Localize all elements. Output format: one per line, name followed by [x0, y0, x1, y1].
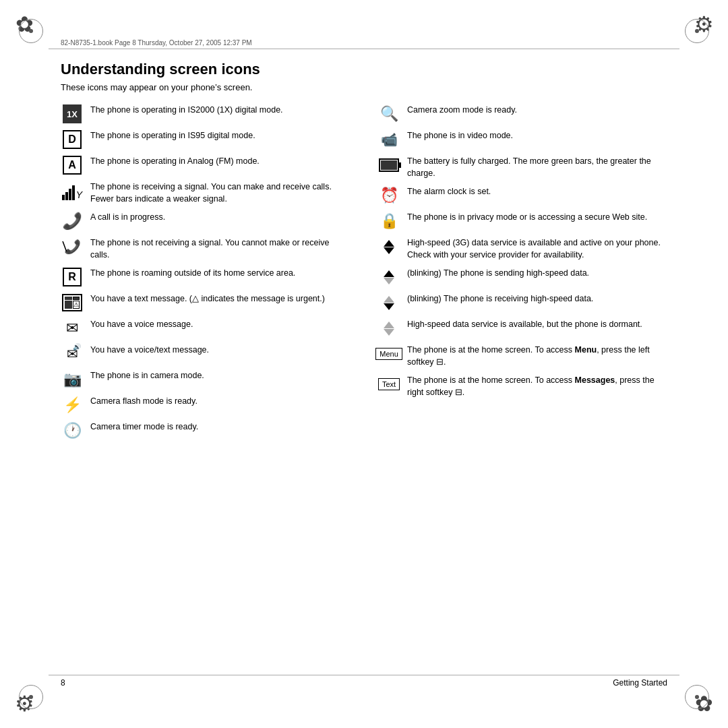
list-item: 1X The phone is operating in IS2000 (1X)… — [61, 104, 351, 123]
icon-description: You have a voice/text message. — [90, 344, 209, 357]
list-item: 🕐 Camera timer mode is ready. — [61, 421, 351, 440]
flash-icon: ⚡ — [61, 396, 84, 415]
icon-1x: 1X — [61, 104, 84, 123]
right-column: 🔍 Camera zoom mode is ready. 📹 The phone… — [377, 104, 667, 447]
icon-description: The phone is in privacy mode or is acces… — [407, 212, 647, 224]
list-item: 🔍 Camera zoom mode is ready. — [377, 104, 667, 123]
roaming-icon: R — [61, 268, 84, 286]
3g-send-icon — [377, 268, 400, 286]
footer-rule — [49, 675, 679, 675]
icon-description: High-speed data service is available, bu… — [407, 319, 642, 331]
icon-description: The phone is in video mode. — [407, 130, 513, 142]
text-msg-icon: ⚠ — [61, 293, 84, 312]
list-item: 📹 The phone is in video mode. — [377, 130, 667, 149]
voice-text-msg-icon: ✉🔊 — [61, 344, 84, 363]
list-item: (blinking) The phone is sending high-spe… — [377, 268, 667, 286]
page-subtitle: These icons may appear on your phone’s s… — [61, 82, 667, 92]
list-item: High-speed (3G) data service is availabl… — [377, 237, 667, 261]
icon-description: Camera timer mode is ready. — [90, 421, 198, 433]
icon-a: A — [61, 156, 84, 175]
signal-icon: Y — [61, 181, 84, 200]
icon-description: The phone is at the home screen. To acce… — [407, 344, 667, 368]
list-item: A The phone is operating in Analog (FM) … — [61, 156, 351, 175]
list-item: Text The phone is at the home screen. To… — [377, 375, 667, 398]
icon-description: The alarm clock is set. — [407, 186, 491, 198]
battery-icon — [377, 156, 400, 175]
header-rule — [49, 49, 679, 49]
camera-icon: 📷 — [61, 370, 84, 389]
list-item: ⚠ You have a text message. (△ indicates … — [61, 293, 351, 312]
icon-description: The phone is roaming outside of its home… — [90, 268, 295, 280]
reg-mark-tl — [19, 19, 43, 43]
page-title: Understanding screen icons — [61, 61, 667, 78]
lock-icon: 🔒 — [377, 212, 400, 231]
icon-description: The phone is in camera mode. — [90, 370, 204, 382]
alarm-icon: ⏰ — [377, 186, 400, 205]
3g-dormant-icon — [377, 319, 400, 338]
list-item: ⏰ The alarm clock is set. — [377, 186, 667, 205]
icon-description: You have a voice message. — [90, 319, 193, 331]
list-item: D The phone is operating in IS95 digital… — [61, 130, 351, 149]
reg-mark-br — [685, 685, 709, 709]
left-column: 1X The phone is operating in IS2000 (1X)… — [61, 104, 351, 447]
zoom-icon: 🔍 — [377, 104, 400, 123]
list-item: The battery is fully charged. The more g… — [377, 156, 667, 179]
no-signal-icon: 📞 \ — [61, 237, 84, 256]
footer-section-label: Getting Started — [613, 678, 667, 688]
icon-description: The phone is operating in IS95 digital m… — [90, 130, 255, 142]
list-item: 🔒 The phone is in privacy mode or is acc… — [377, 212, 667, 231]
icon-description: Camera zoom mode is ready. — [407, 104, 517, 117]
page: ✿ ⚙ ⚙ ✿ 82-N8735-1.book Page 8 Thursday,… — [0, 0, 728, 728]
list-item: Menu The phone is at the home screen. To… — [377, 344, 667, 368]
content-columns: 1X The phone is operating in IS2000 (1X)… — [61, 104, 667, 447]
icon-description: The phone is not receiving a signal. You… — [90, 237, 351, 261]
icon-description: The phone is receiving a signal. You can… — [90, 181, 351, 205]
list-item: 📷 The phone is in camera mode. — [61, 370, 351, 389]
call-icon: 📞 — [61, 212, 84, 231]
list-item: Y The phone is receiving a signal. You c… — [61, 181, 351, 205]
icon-d: D — [61, 130, 84, 149]
icon-description: Camera flash mode is ready. — [90, 396, 198, 408]
video-icon: 📹 — [377, 130, 400, 149]
3g-receive-icon — [377, 293, 400, 312]
list-item: 📞 A call is in progress. — [61, 212, 351, 231]
menu-softkey-icon: Menu — [377, 344, 400, 363]
icon-description: The battery is fully charged. The more g… — [407, 156, 667, 179]
icon-description: A call is in progress. — [90, 212, 165, 224]
reg-mark-bl — [19, 685, 43, 709]
voice-msg-icon: ✉ — [61, 319, 84, 338]
text-softkey-icon: Text — [377, 375, 400, 394]
list-item: ✉🔊 You have a voice/text message. — [61, 344, 351, 363]
list-item: High-speed data service is available, bu… — [377, 319, 667, 338]
footer-page-number: 8 — [61, 678, 65, 688]
list-item: (blinking) The phone is receiving high-s… — [377, 293, 667, 312]
3g-active-icon — [377, 237, 400, 256]
icon-description: The phone is at the home screen. To acce… — [407, 375, 667, 398]
list-item: 📞 \ The phone is not receiving a signal.… — [61, 237, 351, 261]
reg-mark-tr — [685, 19, 709, 43]
header-text: 82-N8735-1.book Page 8 Thursday, October… — [61, 39, 252, 47]
list-item: ✉ You have a voice message. — [61, 319, 351, 338]
icon-description: (blinking) The phone is receiving high-s… — [407, 293, 593, 305]
icon-description: The phone is operating in Analog (FM) mo… — [90, 156, 260, 168]
list-item: ⚡ Camera flash mode is ready. — [61, 396, 351, 415]
main-content: Understanding screen icons These icons m… — [61, 61, 667, 667]
icon-description: (blinking) The phone is sending high-spe… — [407, 268, 589, 280]
icon-description: High-speed (3G) data service is availabl… — [407, 237, 667, 261]
icon-description: You have a text message. (△ indicates th… — [90, 293, 325, 305]
timer-icon: 🕐 — [61, 421, 84, 440]
icon-description: The phone is operating in IS2000 (1X) di… — [90, 104, 283, 117]
list-item: R The phone is roaming outside of its ho… — [61, 268, 351, 286]
